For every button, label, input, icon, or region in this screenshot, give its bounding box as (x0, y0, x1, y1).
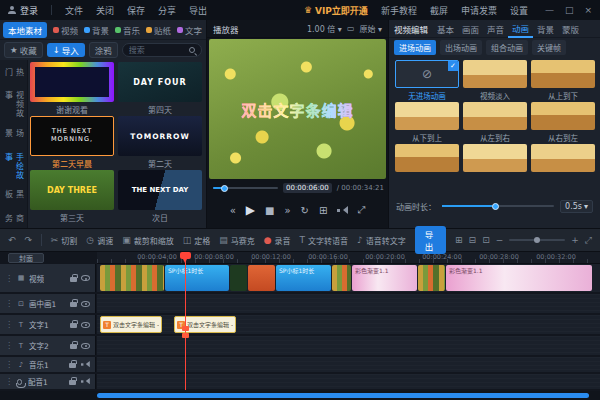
zoom-in-button[interactable]: + (571, 235, 579, 245)
tab-text[interactable]: 文字 (177, 24, 202, 36)
next-frame-button[interactable]: » (284, 205, 290, 216)
maximize-button[interactable]: □ (565, 5, 574, 15)
search-icon[interactable] (189, 47, 195, 53)
video-clip[interactable]: 彩色渐变1.1 (352, 265, 417, 291)
tab-animation[interactable]: 动画 (508, 20, 533, 38)
visibility-icon[interactable] (81, 343, 90, 349)
export-button[interactable]: 导出 (415, 226, 446, 254)
tab-local-media[interactable]: 本地素材 (3, 22, 47, 38)
tool-record[interactable]: ●录音 (264, 235, 291, 246)
media-item[interactable]: THE NEXT DAY 次日 (118, 170, 202, 223)
media-item[interactable]: 谢谢观看 (30, 62, 114, 115)
scrollbar-thumb[interactable] (97, 393, 589, 398)
speed-dropdown[interactable]: 1.00 倍 ▾ (307, 23, 342, 34)
layout-icon[interactable]: ⊡ (482, 235, 490, 245)
fullscreen-button[interactable]: ⤢ (357, 204, 365, 216)
redo-button[interactable]: ↷ (25, 235, 33, 245)
text-clip[interactable]: T 双击文字条编辑 - 左 (100, 316, 162, 333)
cover-button[interactable]: 封面 (8, 253, 44, 263)
ratio-dropdown[interactable]: 原始 ▾ (359, 23, 382, 34)
clip-trim-handle[interactable] (182, 326, 189, 331)
tab-background[interactable]: 背景 (533, 21, 558, 37)
video-clip[interactable]: 彩色渐变1.1 (446, 265, 592, 291)
previous-frame-button[interactable]: « (230, 205, 236, 216)
video-clip[interactable]: SP小标1时长 (276, 265, 331, 291)
track-header-voice[interactable]: ⋮ 配音1 (0, 374, 96, 389)
track-header-music[interactable]: ⋮ ♪ 音乐1 (0, 357, 96, 372)
mute-icon[interactable] (81, 361, 89, 368)
track-header-pip[interactable]: ⋮ ⊡ 画中画1 (0, 294, 96, 313)
tool-cut[interactable]: ✂切割 (51, 235, 78, 246)
video-clip[interactable] (100, 265, 164, 291)
media-item[interactable]: TOMORROW 第二天 (118, 116, 202, 169)
stop-button[interactable]: ■ (265, 205, 274, 216)
lock-icon[interactable] (70, 302, 77, 307)
minimize-button[interactable]: — (545, 5, 554, 15)
preset-none-selected[interactable]: ⊘ ✓ (395, 60, 459, 88)
tab-picture[interactable]: 画面 (458, 21, 483, 37)
track-header-video[interactable]: ⋮ ▦ 视频 (0, 264, 96, 292)
media-thumbnail[interactable]: THE NEXT MORNING, (30, 116, 114, 156)
track-pip-content[interactable] (97, 294, 600, 313)
visibility-icon[interactable] (81, 301, 90, 307)
subtab-enter-animation[interactable]: 进场动画 (394, 40, 436, 55)
subtab-combo-animation[interactable]: 组合动画 (486, 40, 528, 55)
grid-view-button[interactable]: ⊞ (319, 205, 327, 216)
video-clip[interactable]: SP小标1时长 (165, 265, 229, 291)
tool-mosaic[interactable]: ▤马赛克 (219, 235, 255, 246)
media-thumbnail[interactable]: DAY THREE (30, 170, 114, 210)
track-music-content[interactable] (97, 357, 600, 372)
media-item[interactable]: DAY FOUR 第四天 (118, 62, 202, 115)
track-header-text2[interactable]: ⋮ T 文字2 (0, 336, 96, 355)
playhead-handle[interactable] (180, 252, 191, 259)
media-item-selected[interactable]: THE NEXT MORNING, 第二天早晨 (30, 116, 114, 169)
timeline-scrollbar[interactable] (0, 391, 600, 400)
video-clip[interactable] (248, 265, 275, 291)
video-clip[interactable] (418, 265, 445, 291)
category-video-story[interactable]: 视频故事 (3, 91, 25, 120)
track-text1-content[interactable]: T 双击文字条编辑 - 左 T 双击文字条编辑 - 左对齐 (97, 315, 600, 334)
fit-timeline-icon[interactable]: ⤢ (585, 235, 592, 246)
favorite-button[interactable]: ★收藏 (4, 42, 43, 58)
subtab-keyframe[interactable]: 关键帧 (532, 40, 566, 55)
tab-video[interactable]: 视频 (53, 24, 78, 36)
tab-background[interactable]: 背景 (84, 24, 109, 36)
track-text2-content[interactable] (97, 336, 600, 355)
duration-slider-handle[interactable] (492, 203, 499, 210)
lock-icon[interactable] (70, 277, 77, 282)
vip-upgrade-button[interactable]: ♛ VIP立即开通 (304, 4, 368, 17)
preset-tile[interactable] (531, 144, 595, 172)
media-item[interactable]: DAY THREE 第三天 (30, 170, 114, 223)
seek-bar-handle[interactable] (221, 185, 228, 192)
track-voice-content[interactable] (97, 374, 600, 389)
duration-slider[interactable] (442, 205, 554, 207)
track-header-text1[interactable]: ⋮ T 文字1 (0, 315, 96, 334)
visibility-icon[interactable] (81, 275, 90, 281)
preset-tile[interactable] (463, 144, 527, 172)
search-input[interactable] (129, 46, 186, 55)
play-button[interactable]: ▶ (246, 203, 255, 217)
lock-icon[interactable] (69, 363, 76, 368)
video-clip[interactable] (230, 265, 247, 291)
preset-top-to-bottom[interactable] (531, 60, 595, 88)
tool-text-to-speech[interactable]: T文字转语音 (300, 235, 349, 246)
tab-sound[interactable]: 声音 (483, 21, 508, 37)
menu-export[interactable]: 导出 (189, 4, 207, 17)
track-video-content[interactable]: SP小标1时长 SP小标1时长 彩色渐变1.1 彩色渐变1.1 (97, 264, 600, 292)
doodle-button[interactable]: 涂鸦 (89, 42, 118, 58)
lock-icon[interactable] (69, 380, 76, 385)
tab-sticker[interactable]: 贴纸 (146, 24, 171, 36)
menu-invoice[interactable]: 申请发票 (461, 4, 497, 17)
grid-icon[interactable]: ⊞ (455, 235, 463, 245)
media-thumbnail[interactable]: THE NEXT DAY (118, 170, 202, 210)
login-button[interactable]: 登录 (8, 4, 38, 17)
media-thumbnail[interactable] (30, 62, 114, 102)
preset-left-to-right[interactable] (463, 102, 527, 130)
split-view-icon[interactable]: ⊟ (469, 235, 477, 245)
media-thumbnail[interactable]: TOMORROW (118, 116, 202, 156)
video-preview[interactable]: 双击文字条编辑 (209, 39, 386, 179)
tab-music[interactable]: 音乐 (115, 24, 140, 36)
seek-bar[interactable] (213, 187, 278, 189)
video-clip[interactable] (332, 265, 351, 291)
timeline-ruler[interactable]: 00:00:04:00 00:00:08:00 00:00:12:00 00:0… (97, 252, 600, 264)
